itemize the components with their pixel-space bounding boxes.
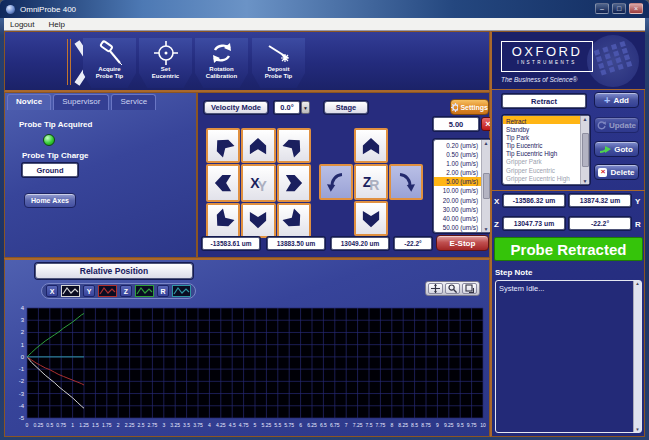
z-down-button[interactable]: [354, 201, 388, 236]
minimize-button[interactable]: –: [595, 3, 609, 14]
zoom-select-icon[interactable]: [445, 283, 460, 294]
speed-option[interactable]: 20.00 (um/s): [434, 195, 481, 204]
export-icon[interactable]: [462, 283, 477, 294]
coord-y-label: Y: [635, 197, 640, 206]
close-button[interactable]: ×: [629, 3, 643, 14]
legend-axis-z[interactable]: Z: [120, 285, 132, 297]
waveform-icon[interactable]: [98, 285, 117, 297]
deposit-probe-tip-button[interactable]: Deposit Probe Tip: [252, 38, 305, 88]
speed-option[interactable]: 40.00 (um/s): [434, 214, 481, 223]
move-left-button[interactable]: [206, 164, 240, 201]
toolbar-button-label: Set: [161, 66, 170, 73]
scroll-down-icon[interactable]: ▼: [484, 226, 489, 232]
angle-dropdown-button[interactable]: ▼: [301, 101, 310, 114]
scroll-up-icon[interactable]: ▲: [583, 116, 588, 122]
position-item[interactable]: Gripper Eucentric High: [503, 173, 580, 181]
waveform-icon[interactable]: [135, 285, 154, 297]
svg-text:5: 5: [254, 422, 257, 428]
svg-text:5.25: 5.25: [262, 422, 272, 428]
velocity-mode-button[interactable]: Velocity Mode: [204, 101, 268, 114]
coord-r-label: R: [635, 220, 641, 229]
speed-value-field[interactable]: 5.00: [433, 117, 479, 131]
scroll-down-icon[interactable]: ▼: [583, 178, 588, 184]
svg-text:0.75: 0.75: [56, 422, 66, 428]
add-button[interactable]: + Add: [594, 92, 639, 108]
speed-option[interactable]: 0.20 (um/s): [434, 140, 481, 149]
legend-axis-y[interactable]: Y: [83, 285, 95, 297]
coord-x-field: -13586.32 um: [503, 194, 565, 207]
scroll-thumb[interactable]: [582, 133, 589, 167]
delete-label: Delete: [610, 168, 634, 177]
svg-text:-4: -4: [19, 403, 25, 409]
menu-bar: LogoutHelp: [4, 18, 645, 31]
update-button[interactable]: Update: [594, 117, 639, 133]
position-item[interactable]: Tip Park: [503, 132, 580, 140]
speed-list-scrollbar[interactable]: ▲▼: [481, 140, 490, 232]
toolbar-accent-line: [67, 39, 68, 85]
angle-value-field[interactable]: 0.0°: [274, 101, 300, 114]
scroll-thumb[interactable]: [483, 173, 490, 199]
toolbar: Acquire Probe Tip Set Eucentric Rotation…: [4, 31, 490, 92]
speed-option[interactable]: 30.00 (um/s): [434, 204, 481, 213]
step-note-scrollbar[interactable]: ▲▼: [633, 281, 641, 432]
pan-icon[interactable]: [428, 283, 443, 294]
position-item[interactable]: Standby: [503, 124, 580, 132]
z-up-button[interactable]: [354, 128, 388, 163]
speed-option[interactable]: 0.50 (um/s): [434, 149, 481, 158]
rotate-ccw-button[interactable]: [319, 164, 353, 200]
set-eucentric-button[interactable]: Set Eucentric: [139, 38, 192, 88]
speed-option[interactable]: 10.00 (um/s): [434, 186, 481, 195]
speed-option[interactable]: 2.00 (um/s): [434, 168, 481, 177]
position-item[interactable]: Retract: [503, 116, 580, 124]
move-down-button[interactable]: [241, 203, 275, 238]
position-item[interactable]: Gripper Park: [503, 157, 580, 165]
home-axes-button[interactable]: Home Axes: [24, 193, 76, 208]
probe-tip-charge-value[interactable]: Ground: [22, 163, 78, 177]
svg-text:6.75: 6.75: [330, 422, 340, 428]
scroll-up-icon[interactable]: ▲: [484, 140, 489, 146]
tab-supervisor[interactable]: Supervisor: [53, 94, 109, 110]
position-item[interactable]: Gripper Eucentric: [503, 165, 580, 173]
svg-text:3.75: 3.75: [193, 422, 203, 428]
tab-novice[interactable]: Novice: [7, 94, 51, 110]
menu-help[interactable]: Help: [48, 20, 64, 29]
svg-text:0: 0: [21, 354, 25, 360]
move-up-right-button[interactable]: [277, 128, 311, 163]
settings-button[interactable]: Settings: [450, 99, 489, 115]
rotation-calibration-button[interactable]: Rotation Calibration: [195, 38, 248, 88]
move-up-left-button[interactable]: [206, 128, 240, 163]
speed-option[interactable]: 5.00 (um/s): [434, 177, 481, 186]
relative-position-button[interactable]: Relative Position: [35, 263, 193, 279]
positions-scrollbar[interactable]: ▲▼: [580, 116, 589, 184]
speed-option[interactable]: 1.00 (um/s): [434, 158, 481, 167]
position-name-field[interactable]: Retract: [502, 94, 586, 108]
tab-service[interactable]: Service: [111, 94, 156, 110]
menu-logout[interactable]: Logout: [10, 20, 34, 29]
stage-button[interactable]: Stage: [324, 101, 368, 114]
step-note-box[interactable]: System Idle... ▲▼: [495, 280, 642, 433]
move-down-left-button[interactable]: [206, 203, 240, 238]
waveform-icon[interactable]: [61, 285, 80, 297]
zr-pad-center: ZR: [354, 164, 388, 200]
svg-text:6.5: 6.5: [320, 422, 327, 428]
goto-button[interactable]: Goto: [594, 141, 639, 157]
delete-button[interactable]: × Delete: [594, 164, 639, 180]
e-stop-button[interactable]: E-Stop: [436, 235, 489, 251]
acquire-probe-tip-button[interactable]: Acquire Probe Tip: [83, 38, 136, 88]
position-item[interactable]: Tip Eucentric: [503, 141, 580, 149]
svg-text:0.25: 0.25: [34, 422, 44, 428]
maximize-button[interactable]: □: [612, 3, 626, 14]
toolbar-button-label: Probe Tip: [265, 73, 293, 80]
rotate-cw-button[interactable]: [389, 164, 423, 200]
legend-axis-x[interactable]: X: [46, 285, 58, 297]
title-bar[interactable]: OmniProbe 400 – □ ×: [0, 0, 649, 18]
scroll-down-icon[interactable]: ▼: [635, 427, 639, 432]
legend-axis-r[interactable]: R: [157, 285, 169, 297]
speed-option[interactable]: 50.00 (um/s): [434, 223, 481, 232]
position-item[interactable]: Tip Eucentric High: [503, 149, 580, 157]
move-up-button[interactable]: [241, 128, 275, 163]
move-right-button[interactable]: [277, 164, 311, 201]
scroll-up-icon[interactable]: ▲: [635, 281, 639, 286]
move-down-right-button[interactable]: [277, 203, 311, 238]
waveform-icon[interactable]: [172, 285, 191, 297]
